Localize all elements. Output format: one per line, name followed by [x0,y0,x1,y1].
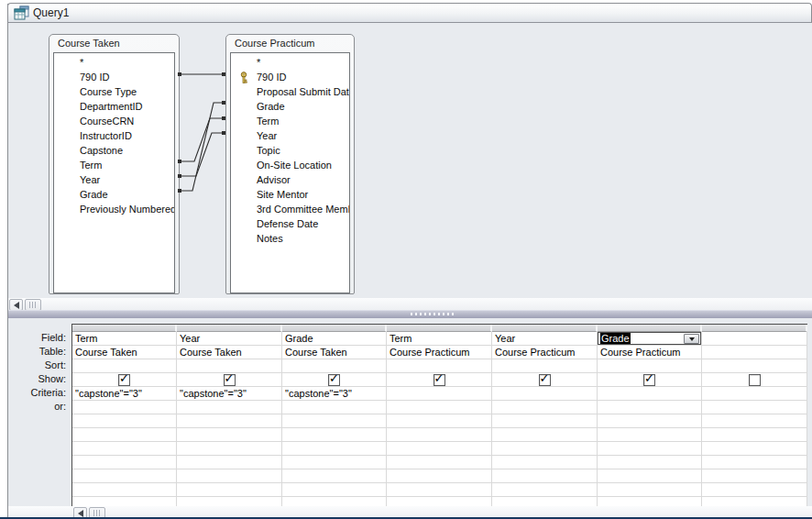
or-cell[interactable] [72,401,177,414]
table-cell[interactable]: Course Practicum [598,346,702,359]
or-cell[interactable] [598,401,702,414]
grid-empty-cell[interactable] [387,456,492,469]
grid-empty-cell[interactable] [702,442,807,456]
grid-empty-cell[interactable] [492,428,598,442]
grid-empty-cell[interactable] [598,469,702,483]
grid-empty-cell[interactable] [387,442,492,456]
criteria-cell[interactable] [598,387,702,401]
show-checkbox[interactable]: ✓ [433,374,445,386]
field-list-item[interactable]: Notes [231,231,349,246]
field-list-item[interactable]: Year [54,172,174,187]
field-cell[interactable]: Term [387,332,492,346]
sort-cell[interactable] [387,359,492,373]
grid-empty-cell[interactable] [72,483,177,497]
grid-empty-cell[interactable] [492,469,598,483]
field-list-item[interactable]: * [231,55,349,70]
criteria-cell[interactable]: "capstone"="3" [72,387,177,401]
show-checkbox[interactable]: ✓ [539,374,551,386]
field-cell[interactable] [702,332,807,346]
grid-empty-cell[interactable] [702,483,807,497]
query-tab[interactable]: Query1 [7,3,812,23]
grid-empty-cell[interactable] [282,497,387,506]
criteria-cell[interactable] [387,387,492,401]
grid-empty-cell[interactable] [598,456,702,469]
grid-empty-cell[interactable] [282,428,387,442]
or-cell[interactable] [177,401,282,414]
field-list-item[interactable]: 3rd Committee Member [231,202,349,216]
criteria-cell[interactable]: "capstone"="3" [177,387,282,401]
grid-empty-cell[interactable] [282,483,387,497]
grid-empty-cell[interactable] [72,428,177,442]
field-list-item[interactable]: Course Type [54,84,174,99]
grid-empty-cell[interactable] [387,428,492,442]
field-list-item[interactable]: CourseCRN [54,114,174,128]
grid-empty-cell[interactable] [177,497,282,506]
field-list-item[interactable]: Proposal Submit Date [231,84,349,99]
grid-empty-cell[interactable] [177,442,282,456]
grid-empty-cell[interactable] [177,483,282,497]
field-list-item[interactable]: Grade [231,99,349,114]
table-cell[interactable]: Course Taken [282,346,387,359]
show-checkbox[interactable]: ✓ [118,374,130,386]
grid-empty-cell[interactable] [72,456,177,469]
grid-empty-cell[interactable] [387,469,492,483]
field-cell[interactable]: Term [72,332,177,346]
criteria-cell[interactable] [492,387,598,401]
table-cell[interactable]: Course Practicum [387,346,492,359]
field-list-item[interactable]: Term [231,114,349,128]
field-cell-selected[interactable]: Grade [598,332,702,346]
grid-empty-cell[interactable] [177,414,282,428]
show-checkbox[interactable]: ✓ [643,374,655,386]
grid-empty-cell[interactable] [177,456,282,469]
grid-empty-cell[interactable] [598,497,702,506]
grid-empty-cell[interactable] [598,442,702,456]
grid-empty-cell[interactable] [387,483,492,497]
grid-empty-cell[interactable] [492,414,598,428]
grid-empty-cell[interactable] [702,497,807,506]
table-card-title[interactable]: Course Practicum [226,35,354,51]
grid-empty-cell[interactable] [282,442,387,456]
grid-empty-cell[interactable] [492,483,598,497]
field-list-item[interactable]: Grade [54,187,174,202]
grid-empty-cell[interactable] [702,428,807,442]
criteria-cell[interactable] [702,387,807,401]
grid-empty-cell[interactable] [387,497,492,506]
grid-empty-cell[interactable] [702,414,807,428]
grid-empty-cell[interactable] [598,483,702,497]
or-cell[interactable] [282,401,387,414]
grid-empty-cell[interactable] [598,414,702,428]
or-cell[interactable] [702,401,807,414]
field-cell[interactable]: Year [492,332,598,346]
sort-cell[interactable] [702,359,807,373]
grid-empty-cell[interactable] [492,442,598,456]
criteria-cell[interactable]: "capstone"="3" [282,387,387,401]
or-cell[interactable] [387,401,492,414]
field-list-item[interactable]: InstructorID [54,128,174,143]
table-cell[interactable]: Course Taken [72,346,177,359]
grid-empty-cell[interactable] [282,414,387,428]
or-cell[interactable] [492,401,598,414]
table-card-title[interactable]: Course Taken [49,35,179,51]
show-checkbox[interactable]: ✓ [749,374,761,386]
grid-empty-cell[interactable] [72,497,177,506]
grid-empty-cell[interactable] [702,469,807,483]
table-cell[interactable]: Course Taken [177,346,282,359]
grid-empty-cell[interactable] [72,469,177,483]
grid-empty-cell[interactable] [702,456,807,469]
field-list-item[interactable]: * [54,55,174,70]
field-list-item[interactable]: Topic [231,143,349,158]
column-selector-strip[interactable] [72,325,807,332]
table-cell[interactable]: Course Practicum [492,346,598,359]
grid-empty-cell[interactable] [72,442,177,456]
table-cell[interactable] [702,346,807,359]
grid-empty-cell[interactable] [492,497,598,506]
field-dropdown-button[interactable] [684,334,699,344]
sort-cell[interactable] [177,359,282,373]
sort-cell[interactable] [598,359,702,373]
grid-empty-cell[interactable] [282,456,387,469]
grid-empty-cell[interactable] [177,428,282,442]
field-list-item[interactable]: Capstone [54,143,174,158]
field-cell[interactable]: Year [177,332,282,346]
field-list-item[interactable]: Year [231,128,349,143]
field-cell[interactable]: Grade [282,332,387,346]
